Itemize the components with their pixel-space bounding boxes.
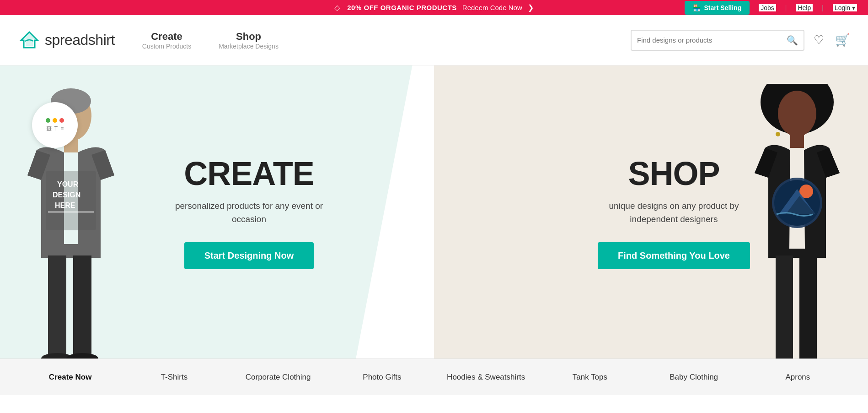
hero-section: YOUR DESIGN HERE 🖼 T ≡: [0, 65, 868, 359]
nav-shop-subtitle: Marketplace Designs: [219, 43, 279, 50]
svg-text:HERE: HERE: [55, 201, 75, 209]
ui-icons: 🖼 T ≡: [46, 125, 64, 132]
separator2: |: [822, 4, 824, 11]
main-nav: Create Custom Products Shop Marketplace …: [142, 31, 279, 50]
logo-icon: [18, 29, 40, 51]
bottom-nav-tank-tops[interactable]: Tank Tops: [538, 368, 642, 386]
bottom-nav-corporate-clothing[interactable]: Corporate Clothing: [226, 368, 330, 386]
dot-red: [59, 118, 64, 123]
image-icon: 🖼: [46, 125, 52, 132]
help-link[interactable]: Help: [796, 4, 813, 11]
hero-right: SHOP unique designs on any product by in…: [434, 65, 868, 359]
logo-text: spreadshirt: [45, 32, 115, 49]
promo-text: 20% OFF ORGANIC PRODUCTS: [347, 4, 457, 11]
svg-point-12: [66, 353, 98, 359]
svg-rect-23: [776, 255, 793, 359]
svg-point-15: [778, 91, 816, 136]
hero-left: YOUR DESIGN HERE 🖼 T ≡: [0, 65, 434, 359]
top-banner: ◇ 20% OFF ORGANIC PRODUCTS Redeem Code N…: [0, 0, 868, 15]
search-button[interactable]: 🔍: [787, 35, 798, 46]
hero-content-left: CREATE personalized products for any eve…: [171, 155, 327, 269]
bottom-nav-create-now[interactable]: Create Now: [18, 368, 122, 386]
nav-create[interactable]: Create Custom Products: [142, 31, 191, 50]
bottom-nav-photo-gifts[interactable]: Photo Gifts: [330, 368, 434, 386]
bottom-nav: Create Now T-Shirts Corporate Clothing P…: [0, 359, 868, 395]
hero-create-subtitle: personalized products for any event or o…: [171, 200, 327, 226]
header: spreadshirt Create Custom Products Shop …: [0, 15, 868, 65]
bottom-nav-baby-clothing[interactable]: Baby Clothing: [642, 368, 746, 386]
dot-yellow: [53, 118, 57, 123]
chevron-icon: ❯: [528, 3, 534, 12]
login-link[interactable]: Login ▾: [833, 4, 857, 11]
svg-rect-10: [73, 255, 91, 359]
bottom-nav-aprons[interactable]: Aprons: [746, 368, 850, 386]
header-icons: ♡ 🛒: [814, 33, 850, 47]
lines-icon: ≡: [60, 125, 64, 132]
logo[interactable]: spreadshirt: [18, 29, 115, 51]
nav-shop[interactable]: Shop Marketplace Designs: [219, 31, 279, 50]
svg-rect-16: [790, 134, 804, 148]
svg-rect-4: [46, 171, 96, 230]
woman-silhouette: [726, 84, 868, 359]
svg-rect-24: [799, 255, 817, 359]
text-icon: T: [54, 125, 58, 132]
jobs-link[interactable]: Jobs: [759, 4, 776, 11]
wishlist-button[interactable]: ♡: [814, 33, 824, 47]
nav-shop-title: Shop: [236, 31, 261, 43]
nav-create-subtitle: Custom Products: [142, 43, 191, 50]
svg-point-22: [776, 132, 780, 136]
woman-model: [726, 84, 868, 359]
svg-text:DESIGN: DESIGN: [53, 191, 80, 199]
design-ui-mock: 🖼 T ≡: [32, 102, 78, 148]
redeem-link[interactable]: Redeem Code Now: [462, 4, 522, 11]
ui-dots: [46, 118, 64, 123]
hero-create-title: CREATE: [171, 155, 327, 192]
bottom-nav-tshirts[interactable]: T-Shirts: [122, 368, 226, 386]
bottom-nav-hoodies[interactable]: Hoodies & Sweatshirts: [434, 368, 538, 386]
svg-rect-9: [48, 255, 66, 359]
search-bar: 🔍: [631, 30, 804, 51]
start-selling-button[interactable]: 🏪 Start Selling: [685, 1, 750, 15]
cart-button[interactable]: 🛒: [835, 33, 850, 47]
top-banner-right: 🏪 Start Selling Jobs | Help | Login ▾: [685, 1, 857, 15]
store-icon: 🏪: [693, 4, 701, 11]
nav-create-title: Create: [151, 31, 182, 43]
promo-icon: ◇: [334, 3, 340, 12]
start-designing-button[interactable]: Start Designing Now: [184, 242, 314, 269]
separator: |: [785, 4, 787, 11]
svg-text:YOUR: YOUR: [57, 180, 79, 188]
search-input[interactable]: [637, 36, 787, 44]
dot-green: [46, 118, 50, 123]
